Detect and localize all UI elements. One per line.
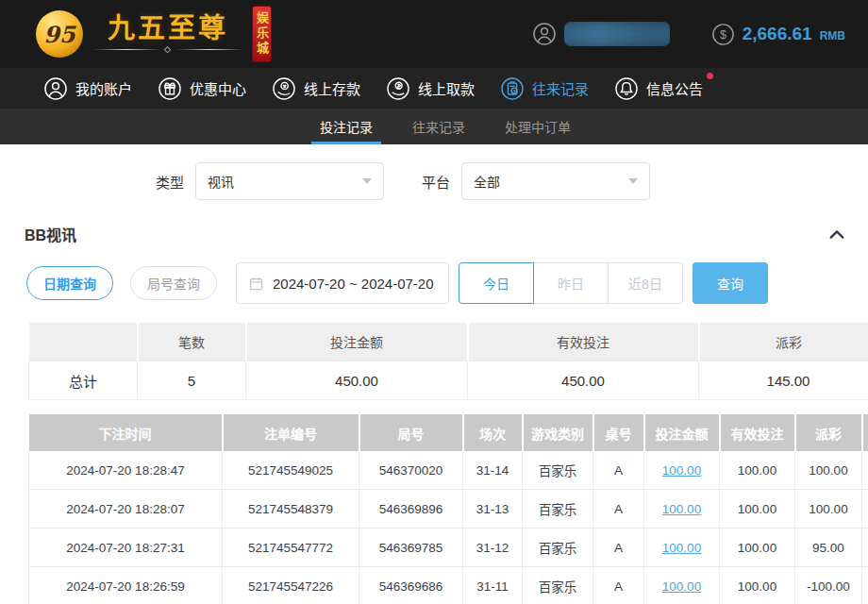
bet-amount-cell: 100.00	[644, 567, 720, 604]
page: 95 九五至尊 ◇ 娱乐城	[0, 0, 868, 604]
summary-header-cell: 笔数	[138, 323, 246, 361]
nav-item-withdraw[interactable]: 线上取款	[386, 76, 475, 101]
table-header-cell: 派彩	[795, 414, 862, 451]
table-header-cell-clipped	[862, 414, 868, 451]
table-cell: 2024-07-20 18:26:59	[29, 567, 223, 604]
bet-amount-link[interactable]: 100.00	[662, 541, 701, 555]
table-cell: 100.00	[720, 451, 795, 490]
calendar-icon	[248, 276, 264, 292]
tab-bet-records[interactable]: 投注记录	[317, 109, 376, 144]
table-header-cell: 下注时间	[29, 414, 223, 451]
bet-amount-link[interactable]: 100.00	[662, 463, 701, 478]
table-cell: 95.00	[795, 528, 862, 567]
table-row: 2024-07-20 18:26:59521745547226546369686…	[29, 567, 868, 604]
bet-amount-link[interactable]: 100.00	[662, 502, 701, 516]
table-cell: 546370020	[359, 451, 463, 490]
table-header-cell: 有效投注	[720, 414, 795, 451]
round-query-button[interactable]: 局号查询	[130, 266, 217, 300]
table-row: 2024-07-20 18:27:31521745547772546369785…	[29, 528, 868, 567]
nav-item-announcements[interactable]: 信息公告	[614, 76, 703, 101]
table-header-cell: 场次	[463, 414, 523, 451]
table-cell: 31-12	[463, 528, 523, 567]
table-cell: 546369896	[359, 490, 463, 528]
table-cell: 100.00	[720, 567, 795, 604]
gift-icon	[158, 76, 182, 101]
platform-select[interactable]: 全部	[461, 162, 650, 200]
table-header-cell: 投注金额	[644, 414, 720, 451]
table-header-cell: 桌号	[593, 414, 644, 451]
summary-total-row: 总计5450.00450.00145.00	[29, 361, 868, 400]
table-header-cell: 游戏类别	[523, 414, 593, 451]
yesterday-button[interactable]: 昨日	[533, 262, 609, 304]
bet-amount-cell: 100.00	[644, 528, 720, 567]
section-title: BB视讯	[25, 223, 76, 245]
nav-item-promotions[interactable]: 优惠中心	[158, 76, 246, 101]
balance[interactable]: $ 2,666.61 RMB	[711, 23, 845, 46]
logo-monogram-icon: 95	[36, 10, 83, 58]
date-range-value: 2024-07-20 ~ 2024-07-20	[273, 276, 434, 292]
table-cell: 2024-07-20 18:28:47	[29, 451, 223, 490]
table-row: 2024-07-20 18:28:07521745548379546369896…	[29, 490, 868, 528]
nav-item-deposit[interactable]: 线上存款	[272, 76, 360, 101]
brand-logo[interactable]: 95 九五至尊 ◇ 娱乐城	[36, 6, 272, 62]
table-cell: 100.00	[720, 490, 795, 528]
table-cell: 521745548379	[223, 490, 359, 528]
subtabs: 投注记录往来记录处理中订单	[0, 109, 868, 144]
summary-header-cell: 有效投注	[468, 323, 699, 361]
nav-item-label: 我的账户	[75, 78, 132, 98]
table-cell: A	[593, 567, 644, 604]
notification-dot-icon	[707, 73, 713, 79]
table-cell: A	[593, 528, 644, 567]
nav-item-label: 线上取款	[418, 78, 475, 98]
table-cell: 2024-07-20 18:27:31	[29, 528, 223, 567]
summary-header-cell: 派彩	[699, 323, 868, 361]
table-cell: 31-11	[463, 567, 523, 604]
bell-icon	[614, 76, 639, 101]
table-cell: 546369785	[359, 528, 463, 567]
svg-text:$: $	[720, 27, 726, 41]
nav-item-label: 线上存款	[304, 78, 360, 98]
nav-item-label: 往来记录	[532, 78, 589, 98]
table-cell: 百家乐	[523, 567, 593, 604]
table-cell: 31-14	[463, 451, 523, 490]
brand-name: 九五至尊	[108, 14, 228, 42]
summary-table: 笔数投注金额有效投注派彩 总计5450.00450.00145.00	[28, 323, 868, 400]
nav-item-transaction-records[interactable]: 往来记录	[500, 76, 589, 101]
summary-cell: 145.00	[699, 361, 868, 400]
table-cell-clipped	[862, 451, 868, 490]
table-cell: 521745547772	[223, 528, 359, 567]
date-query-button[interactable]: 日期查询	[26, 266, 113, 300]
table-cell: -100.00	[795, 567, 862, 604]
collapse-section-button[interactable]	[828, 227, 845, 241]
user-account[interactable]	[532, 22, 670, 46]
chevron-down-icon	[362, 178, 372, 184]
table-cell: 521745547226	[223, 567, 359, 604]
nav-item-label: 优惠中心	[190, 78, 246, 98]
bet-amount-cell: 100.00	[644, 451, 720, 490]
navbar: 我的账户优惠中心线上存款线上取款往来记录信息公告	[0, 68, 868, 109]
type-select-value: 视讯	[208, 172, 234, 191]
nav-item-my-account[interactable]: 我的账户	[43, 76, 132, 101]
bet-amount-link[interactable]: 100.00	[662, 579, 701, 594]
user-icon	[43, 76, 68, 101]
summary-header-cell	[29, 323, 138, 361]
table-cell: 100.00	[795, 451, 862, 490]
search-button[interactable]: 查询	[693, 262, 768, 304]
tab-transaction-records[interactable]: 往来记录	[409, 109, 468, 144]
table-cell: 546369686	[359, 567, 463, 604]
table-body: 2024-07-20 18:28:47521745549025546370020…	[29, 451, 868, 604]
table-cell: 2024-07-20 18:28:07	[29, 490, 223, 528]
brand-badge: 娱乐城	[252, 6, 272, 62]
type-select[interactable]: 视讯	[195, 162, 384, 200]
last-8-days-button[interactable]: 近8日	[608, 262, 683, 304]
table-cell: 31-13	[463, 490, 523, 528]
tab-processing-orders[interactable]: 处理中订单	[502, 109, 574, 144]
date-range-input[interactable]: 2024-07-20 ~ 2024-07-20	[236, 262, 449, 304]
type-filter-label: 类型	[156, 172, 184, 192]
user-avatar-icon	[532, 22, 557, 46]
bet-amount-cell: 100.00	[644, 490, 720, 528]
table-header-row: 下注时间注单编号局号场次游戏类别桌号投注金额有效投注派彩	[29, 414, 868, 451]
chevron-down-icon	[628, 178, 638, 184]
today-button[interactable]: 今日	[459, 262, 534, 304]
table-cell: 100.00	[720, 528, 795, 567]
